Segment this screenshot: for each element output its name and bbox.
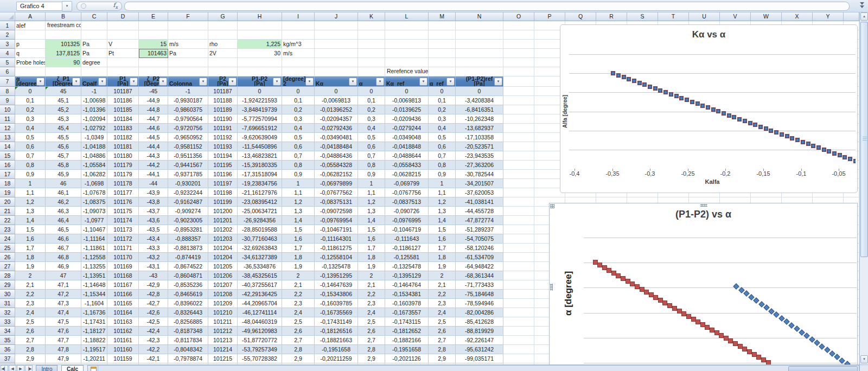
- cell[interactable]: -43,7: [139, 207, 168, 216]
- cell[interactable]: -0,0139625: [385, 105, 429, 114]
- row-number[interactable]: 2: [0, 30, 15, 40]
- cell[interactable]: 1,4: [358, 216, 385, 225]
- cell[interactable]: 0,3: [358, 114, 385, 124]
- cell[interactable]: -0,1395129: [385, 271, 429, 280]
- cell[interactable]: -5,772570994: [238, 114, 282, 124]
- cell[interactable]: [429, 67, 456, 76]
- cell[interactable]: 1: [429, 179, 456, 188]
- cell[interactable]: 101183: [107, 124, 139, 133]
- cell[interactable]: 2,9: [15, 354, 46, 363]
- cell[interactable]: 101203: [208, 234, 238, 244]
- cell[interactable]: -15,39180335: [238, 161, 282, 170]
- row-number[interactable]: 4: [0, 49, 15, 58]
- cell[interactable]: -0,15343806: [315, 290, 358, 299]
- insert-function-icon[interactable]: fx: [113, 2, 118, 10]
- cell[interactable]: [208, 58, 238, 67]
- row-number[interactable]: 12: [0, 124, 15, 133]
- cell[interactable]: 101170: [107, 253, 139, 262]
- cell[interactable]: 47: [46, 271, 81, 280]
- cell[interactable]: 1,1: [15, 188, 46, 197]
- cell[interactable]: [358, 58, 385, 67]
- cell[interactable]: 101166: [107, 290, 139, 299]
- row-number[interactable]: 9: [0, 96, 15, 105]
- cell[interactable]: 2,5: [282, 317, 315, 327]
- row-number[interactable]: 25: [0, 244, 15, 253]
- cell[interactable]: 2,7: [15, 336, 46, 345]
- cell[interactable]: -0,18821663: [315, 336, 358, 345]
- cell[interactable]: -0,0069813: [315, 96, 358, 105]
- cell[interactable]: 0,7: [282, 151, 315, 161]
- cell[interactable]: -42,4: [139, 327, 168, 336]
- cell[interactable]: 0,2: [282, 105, 315, 114]
- cell[interactable]: 101202: [208, 225, 238, 234]
- table-header-cell[interactable]: Colonna▼: [168, 76, 208, 87]
- cell[interactable]: -1,924221593: [238, 96, 282, 105]
- cell[interactable]: -42,6: [139, 308, 168, 317]
- cell[interactable]: [139, 67, 168, 76]
- table-header-cell[interactable]: Cpalf▼: [81, 76, 107, 87]
- cell[interactable]: 45,5: [46, 133, 81, 142]
- cell[interactable]: -61,534709: [456, 253, 503, 262]
- cell[interactable]: 101325: [46, 40, 81, 49]
- cell[interactable]: 2,8: [429, 345, 456, 354]
- row-number[interactable]: 32: [0, 308, 15, 317]
- cell[interactable]: -0,2021126: [385, 354, 429, 363]
- cell[interactable]: 0,5: [282, 133, 315, 142]
- cell[interactable]: 1: [15, 179, 46, 188]
- cell[interactable]: -36,5334876: [238, 262, 282, 271]
- cell[interactable]: 101188: [208, 96, 238, 105]
- cell[interactable]: 2,8: [15, 345, 46, 354]
- cell[interactable]: -40,37255617: [238, 280, 282, 290]
- cell[interactable]: 101192: [208, 133, 238, 142]
- cell[interactable]: -0,0558433: [385, 161, 429, 170]
- cell[interactable]: 0,6: [282, 142, 315, 151]
- cell[interactable]: [503, 271, 534, 280]
- cell[interactable]: -9,620639049: [238, 133, 282, 142]
- cell[interactable]: -42,8: [139, 290, 168, 299]
- cell[interactable]: 101463: [139, 49, 168, 58]
- cell[interactable]: -0,09072598: [315, 207, 358, 216]
- cell[interactable]: 101205: [208, 262, 238, 271]
- cell[interactable]: -0,8326443: [168, 308, 208, 317]
- cell[interactable]: 0: [315, 87, 358, 96]
- horizontal-scrollbar[interactable]: [98, 365, 859, 371]
- cell[interactable]: [385, 49, 429, 58]
- cell[interactable]: -44,8: [139, 105, 168, 114]
- cell[interactable]: -43,3: [139, 244, 168, 253]
- cell[interactable]: 45,2: [46, 105, 81, 114]
- column-letter[interactable]: L: [385, 12, 429, 21]
- cell[interactable]: 1,9: [15, 262, 46, 271]
- cell[interactable]: 101167: [107, 280, 139, 290]
- cell[interactable]: -78,594946: [456, 299, 503, 308]
- row-number[interactable]: 26: [0, 253, 15, 262]
- cell[interactable]: [315, 21, 358, 30]
- vertical-scroll-thumb[interactable]: [860, 22, 868, 257]
- cell[interactable]: -0,04188484: [315, 142, 358, 151]
- cell[interactable]: [385, 21, 429, 30]
- cell[interactable]: -1,1604: [81, 299, 107, 308]
- cell[interactable]: 0,8: [15, 161, 46, 170]
- cell[interactable]: -0,06282152: [315, 170, 358, 179]
- cell[interactable]: [503, 21, 534, 30]
- cell[interactable]: [503, 317, 534, 327]
- cell[interactable]: [15, 30, 46, 40]
- cell[interactable]: [315, 30, 358, 40]
- row-number[interactable]: 36: [0, 345, 15, 354]
- cell[interactable]: 101174: [107, 216, 139, 225]
- cell[interactable]: 0,4: [15, 124, 46, 133]
- cell[interactable]: 2,2: [15, 290, 46, 299]
- cell[interactable]: -1,0698: [81, 179, 107, 188]
- column-letter[interactable]: N: [456, 12, 503, 21]
- cell[interactable]: -1,00698: [81, 96, 107, 105]
- cell[interactable]: Pa: [81, 40, 107, 49]
- cell[interactable]: 47,4: [46, 308, 81, 317]
- first-sheet-icon[interactable]: ◀▏: [1, 365, 8, 371]
- cell[interactable]: [503, 197, 534, 207]
- cell[interactable]: 1,6: [429, 234, 456, 244]
- cell[interactable]: [107, 67, 139, 76]
- cell[interactable]: -1,10467: [81, 225, 107, 234]
- cell[interactable]: 101179: [107, 161, 139, 170]
- cell[interactable]: 46,5: [46, 225, 81, 234]
- cell[interactable]: -1,13951: [81, 271, 107, 280]
- cell[interactable]: 46,1: [46, 188, 81, 197]
